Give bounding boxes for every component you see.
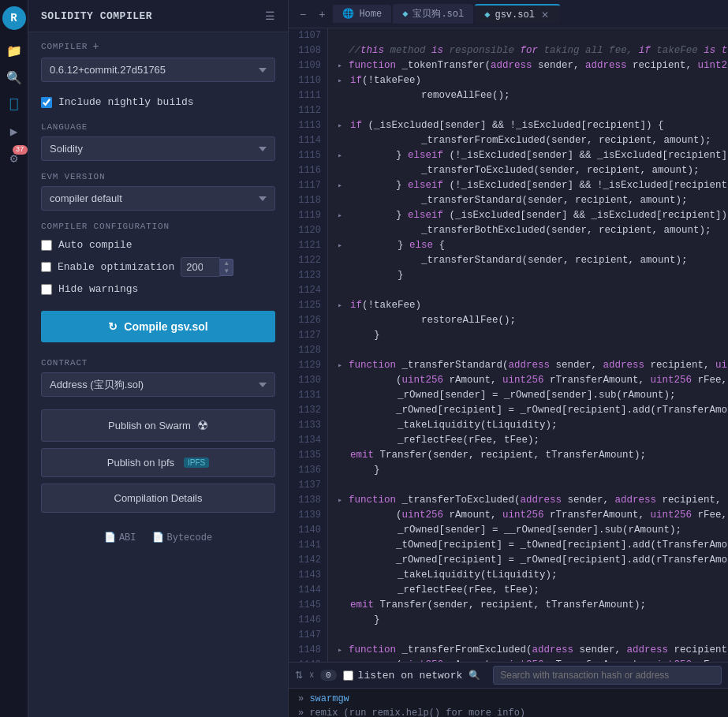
nightly-checkbox[interactable] [41, 97, 52, 108]
search-icon[interactable]: 🔍 [2, 66, 26, 90]
code-line: } [338, 463, 719, 478]
hide-warnings-row: Hide warnings [41, 280, 275, 298]
tab-home[interactable]: 🌐 Home [333, 5, 391, 23]
code-line: _transferFromExcluded(sender, recipient,… [338, 133, 719, 148]
file-icon[interactable]: 📁 [2, 39, 26, 63]
auto-compile-label: Auto compile [58, 239, 133, 251]
code-line: //this method is responsible for taking … [338, 43, 719, 58]
nightly-row: Include nightly builds [41, 93, 275, 111]
plugin-icon[interactable]: ⚙ [2, 147, 26, 170]
code-line: ▸ function _transferToExcluded(address s… [338, 493, 719, 508]
console-toolbar: ⇅ ☓ 0 listen on network 🔍 [289, 663, 728, 689]
code-editor[interactable]: 1107110811091110111111121113111411151116… [289, 28, 728, 662]
console-search-btn[interactable]: 🔍 [469, 670, 480, 681]
gsv-tab-icon: ◆ [484, 9, 490, 21]
compile-button[interactable]: ↻ Compile gsv.sol [41, 311, 275, 342]
zoom-out-btn[interactable]: − [295, 5, 311, 24]
listen-checkbox-area: listen on network [343, 670, 463, 682]
abi-link[interactable]: 📄 ABI [104, 532, 136, 543]
compiler-icon[interactable]: ⎕ [2, 93, 26, 117]
abi-label: ABI [119, 532, 136, 543]
auto-compile-checkbox[interactable] [41, 240, 52, 251]
evm-label: EVM VERSION [41, 172, 275, 181]
compile-icon: ↻ [108, 320, 118, 333]
optimization-down-btn[interactable]: ▼ [220, 267, 233, 275]
code-line: ▸ } else if (!_isExcluded[sender] && !_i… [338, 178, 719, 193]
swarm-icon: ☢ [197, 418, 208, 433]
console-area: ⇅ ☓ 0 listen on network 🔍 » swarmgw» rem… [289, 662, 728, 717]
console-line: » remix (run remix.help() for more info) [298, 706, 719, 717]
console-expand-btn[interactable]: ⇅ [295, 670, 303, 681]
sidebar: SOLIDITY COMPILER ☰ COMPILER + 0.6.12+co… [28, 0, 289, 717]
console-output: » swarmgw» remix (run remix.help() for m… [289, 689, 728, 717]
gsv-tab-label: gsv.sol [495, 9, 534, 21]
code-line: _takeLiquidity(tLiquidity); [338, 418, 719, 433]
code-line: } [338, 613, 719, 628]
listen-checkbox[interactable] [343, 670, 353, 681]
gsv-tab-close-btn[interactable]: ✕ [539, 9, 551, 21]
compiler-plus-icon[interactable]: + [92, 40, 99, 53]
code-line [338, 478, 719, 493]
bottom-links: 📄 ABI 📄 Bytecode [28, 525, 288, 550]
code-line: _rOwned[sender] = __rOwned[sender].sub(r… [338, 523, 719, 538]
home-tab-icon: 🌐 [342, 8, 354, 20]
compiler-label: COMPILER + [41, 40, 275, 53]
compile-label: Compile gsv.sol [124, 320, 207, 333]
remix-logo: R [2, 6, 26, 30]
console-search-input[interactable] [493, 666, 722, 685]
action-buttons: Publish on Swarm ☢ Publish on Ipfs IPFS … [28, 403, 288, 525]
code-content: 1107110811091110111111121113111411151116… [289, 28, 728, 662]
bytecode-link[interactable]: 📄 Bytecode [152, 532, 213, 543]
code-line: _rOwned[recipient] = _rOwned[recipient].… [338, 403, 719, 418]
sidebar-settings-btn[interactable]: ☰ [265, 9, 275, 22]
code-line: _transferStandard(sender, recipient, amo… [338, 193, 719, 208]
bytecode-label: Bytecode [167, 532, 213, 543]
code-line: _transferStandard(sender, recipient, amo… [338, 253, 719, 268]
contract-select[interactable]: Address (宝贝狗.sol) [41, 372, 275, 397]
compiler-section: COMPILER + 0.6.12+commit.27d51765 [28, 32, 288, 85]
code-line [338, 103, 719, 118]
compilation-details-button[interactable]: Compilation Details [41, 484, 275, 513]
deploy-icon[interactable]: ▶ [2, 120, 26, 144]
code-line [338, 28, 719, 43]
contract-section: CONTRACT Address (宝贝狗.sol) [28, 352, 288, 403]
sidebar-title: SOLIDITY COMPILER [41, 10, 152, 22]
code-line [338, 628, 719, 643]
tab-gsv[interactable]: ◆ gsv.sol ✕ [475, 4, 560, 24]
left-icon-bar: R 📁 🔍 ⎕ ▶ ⚙ [0, 0, 28, 717]
optimization-up-btn[interactable]: ▲ [220, 260, 233, 267]
code-line [338, 283, 719, 298]
evm-version-select[interactable]: compiler default [41, 186, 275, 211]
nightly-section: Include nightly builds [28, 85, 288, 114]
console-clear-btn[interactable]: ☓ [309, 670, 314, 681]
code-line: (uint256 rAmount, uint256 rTransferAmoun… [338, 508, 719, 523]
language-select[interactable]: Solidity [41, 136, 275, 161]
code-line: ▸ } else { [338, 238, 719, 253]
code-line: ▸ } else if (_isExcluded[sender] && _isE… [338, 208, 719, 223]
publish-ipfs-button[interactable]: Publish on Ipfs IPFS [41, 448, 275, 477]
publish-swarm-button[interactable]: Publish on Swarm ☢ [41, 409, 275, 442]
swarmgw-link[interactable]: swarmgw [309, 693, 349, 704]
tab-bar: 🌐 Home ◆ 宝贝狗.sol ◆ gsv.sol ✕ [333, 4, 722, 24]
console-badge: 0 [320, 670, 337, 681]
optimization-checkbox[interactable] [41, 262, 51, 272]
bytecode-doc-icon: 📄 [152, 532, 164, 543]
file1-tab-icon: ◆ [402, 8, 408, 20]
tab-file1[interactable]: ◆ 宝贝狗.sol [393, 4, 473, 24]
code-line: ▸ if (_isExcluded[sender] && !_isExclude… [338, 118, 719, 133]
code-line: emit Transfer(sender, recipient, tTransf… [338, 448, 719, 463]
code-line: ▸ function _tokenTransfer(address sender… [338, 58, 719, 73]
ipfs-badge: IPFS [184, 457, 209, 468]
compilation-details-label: Compilation Details [114, 492, 203, 504]
compiler-version-select[interactable]: 0.6.12+commit.27d51765 [41, 58, 275, 82]
home-tab-label: Home [359, 9, 382, 20]
hide-warnings-checkbox[interactable] [41, 284, 52, 295]
optimization-number-input[interactable] [181, 257, 220, 277]
code-line: _reflectFee(rFee, tFee); [338, 433, 719, 448]
console-line: » swarmgw [298, 692, 719, 706]
editor-toolbar: − + 🌐 Home ◆ 宝贝狗.sol ◆ gsv.sol ✕ [289, 0, 728, 28]
code-lines[interactable]: //this method is responsible for taking … [328, 28, 728, 662]
code-line: _rOwned[sender] = _rOwned[sender].sub(rA… [338, 388, 719, 403]
code-line: } [338, 268, 719, 283]
zoom-in-btn[interactable]: + [314, 5, 330, 24]
